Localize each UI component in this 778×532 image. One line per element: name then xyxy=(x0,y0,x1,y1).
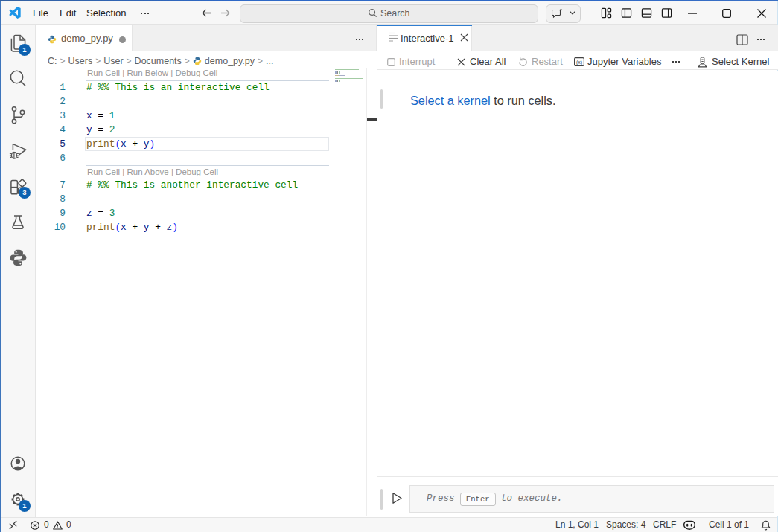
svg-text:(x): (x) xyxy=(576,59,582,65)
